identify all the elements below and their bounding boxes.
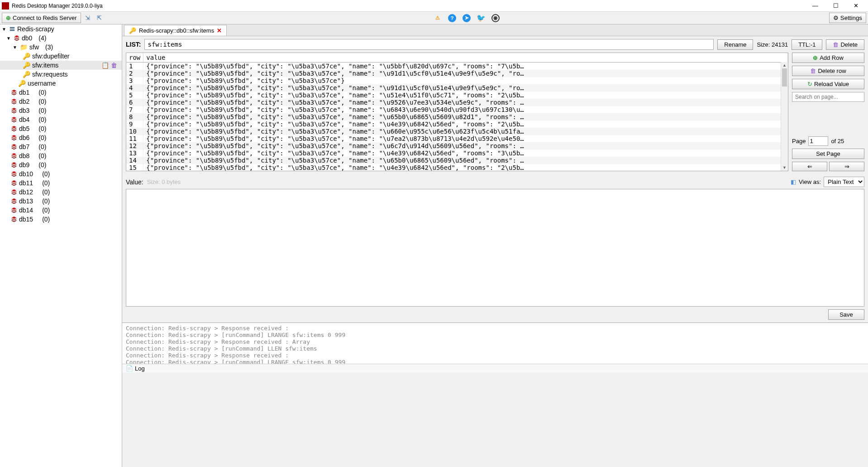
tree-db[interactable]: db9(0) <box>0 160 122 169</box>
log-line: Connection: Redis-scrapy > [runCommand] … <box>126 359 864 364</box>
svg-rect-0 <box>10 27 15 29</box>
key-icon: 🔑 <box>23 53 30 60</box>
add-row-button[interactable]: ⊕Add Row <box>792 53 864 63</box>
import-icon[interactable]: ⇲ <box>83 13 93 23</box>
col-row[interactable]: row <box>126 53 143 63</box>
tree-key-items[interactable]: 🔑 sfw:items 📋 🗑 <box>0 61 122 70</box>
tree-db[interactable]: db15(0) <box>0 215 122 224</box>
github-icon[interactable]: ◉ <box>491 14 500 22</box>
log-content[interactable]: Connection: Redis-scrapy > Response rece… <box>122 323 868 364</box>
table-row[interactable]: 5{"province": "\u5b89\u5fbd", "city": "\… <box>126 91 788 99</box>
database-icon <box>11 153 17 159</box>
database-icon <box>11 171 17 177</box>
collapse-icon[interactable]: ▼ <box>6 36 12 41</box>
tree-key-requests[interactable]: 🔑 sfw:requests <box>0 70 122 79</box>
prev-page-button[interactable]: ⇐ <box>792 162 827 171</box>
table-row[interactable]: 14{"province": "\u5b89\u5fbd", "city": "… <box>126 157 788 164</box>
tree-folder-sfw[interactable]: ▼ 📁 sfw (3) <box>0 43 122 52</box>
tree-key-dupefilter[interactable]: 🔑 sfw:dupefilter <box>0 52 122 61</box>
scroll-down-icon[interactable]: ▼ <box>781 164 788 171</box>
set-page-button[interactable]: Set Page <box>792 149 864 159</box>
minimize-button[interactable]: — <box>805 0 825 11</box>
table-row[interactable]: 13{"province": "\u5b89\u5fbd", "city": "… <box>126 149 788 157</box>
trash-icon: 🗑 <box>810 67 816 74</box>
tree-db[interactable]: db2(0) <box>0 97 122 106</box>
tab-close-icon[interactable]: ✕ <box>217 27 222 34</box>
table-row[interactable]: 12{"province": "\u5b89\u5fbd", "city": "… <box>126 142 788 149</box>
telegram-icon[interactable]: ➤ <box>463 14 471 22</box>
tree-db[interactable]: db13(0) <box>0 197 122 206</box>
db-label: db8 <box>19 152 29 159</box>
row-number: 11 <box>126 135 143 142</box>
database-icon <box>11 116 17 123</box>
tree-db[interactable]: db12(0) <box>0 188 122 197</box>
tree-db[interactable]: db14(0) <box>0 206 122 215</box>
plus-icon: ⊕ <box>813 54 818 61</box>
warning-icon[interactable]: ⚠ <box>434 14 442 22</box>
table-row[interactable]: 6{"province": "\u5b89\u5fbd", "city": "\… <box>126 99 788 106</box>
delete-button[interactable]: 🗑Delete <box>826 39 864 50</box>
value-editor[interactable] <box>126 189 864 307</box>
scroll-up-icon[interactable]: ▲ <box>781 62 788 68</box>
table-row[interactable]: 9{"province": "\u5b89\u5fbd", "city": "\… <box>126 120 788 128</box>
tree-connection[interactable]: ▼ Redis-scrapy <box>0 24 122 34</box>
tree-db[interactable]: db10(0) <box>0 169 122 178</box>
tree-db[interactable]: db3(0) <box>0 106 122 115</box>
key-header: LIST: Rename Size: 24131 TTL:-1 🗑Delete <box>122 36 868 53</box>
table-row[interactable]: 4{"province": "\u5b89\u5fbd", "city": "\… <box>126 84 788 91</box>
collapse-icon[interactable]: ▼ <box>13 45 18 50</box>
export-icon[interactable]: ⇱ <box>95 13 105 23</box>
col-value[interactable]: value <box>143 53 788 63</box>
table-row[interactable]: 7{"province": "\u5b89\u5fbd", "city": "\… <box>126 106 788 113</box>
db-count: (0) <box>38 89 46 96</box>
connect-button[interactable]: ⊕ Connect to Redis Server <box>2 13 81 23</box>
ttl-button[interactable]: TTL:-1 <box>792 39 822 50</box>
row-number: 5 <box>126 91 143 99</box>
rename-button[interactable]: Rename <box>717 39 753 50</box>
delete-icon[interactable]: 🗑 <box>111 62 117 69</box>
copy-icon[interactable]: 📋 <box>101 62 109 69</box>
log-line: Connection: Redis-scrapy > [runCommand] … <box>126 345 864 352</box>
tree-key-username[interactable]: 🔑 username <box>0 79 122 88</box>
log-tab[interactable]: 📄 Log <box>122 364 868 373</box>
key-name-input[interactable] <box>144 39 714 50</box>
table-row[interactable]: 15{"province": "\u5b89\u5fbd", "city": "… <box>126 164 788 171</box>
save-button[interactable]: Save <box>828 309 864 320</box>
table-row[interactable]: 3{"province": "\u5b89\u5fbd", "city": "\… <box>126 77 788 84</box>
table-row[interactable]: 1{"province": "\u5b89\u5fbd", "city": "\… <box>126 63 788 70</box>
scroll-thumb[interactable] <box>782 68 787 87</box>
tree-db[interactable]: db7(0) <box>0 142 122 151</box>
tree-db[interactable]: db5(0) <box>0 124 122 133</box>
delete-row-button[interactable]: 🗑Delete row <box>792 66 864 76</box>
tree-db[interactable]: db1(0) <box>0 88 122 97</box>
database-icon <box>14 35 20 41</box>
tree-db[interactable]: db4(0) <box>0 115 122 124</box>
next-page-button[interactable]: ⇒ <box>829 162 864 171</box>
row-number: 8 <box>126 113 143 120</box>
close-button[interactable]: ✕ <box>846 0 866 11</box>
settings-button[interactable]: ⚙ Settings <box>829 13 866 23</box>
row-number: 13 <box>126 149 143 157</box>
maximize-button[interactable]: ☐ <box>825 0 846 11</box>
search-input[interactable] <box>792 92 864 102</box>
collapse-icon[interactable]: ▼ <box>2 27 7 32</box>
twitter-icon[interactable]: 🐦 <box>477 14 485 22</box>
log-line: Connection: Redis-scrapy > [runCommand] … <box>126 332 864 338</box>
tree-db[interactable]: db11(0) <box>0 178 122 188</box>
tree-db[interactable]: db6(0) <box>0 133 122 142</box>
table-row[interactable]: 2{"province": "\u5b89\u5fbd", "city": "\… <box>126 70 788 77</box>
table-row[interactable]: 10{"province": "\u5b89\u5fbd", "city": "… <box>126 128 788 135</box>
db-label: db14 <box>19 207 33 214</box>
row-value: {"province": "\u5b89\u5fbd", "city": "\u… <box>143 149 788 157</box>
reload-button[interactable]: ↻Reload Value <box>792 79 864 89</box>
help-icon[interactable]: ? <box>448 14 456 22</box>
tree-db[interactable]: db8(0) <box>0 151 122 160</box>
scrollbar[interactable]: ▲ ▼ <box>781 62 788 171</box>
table-row[interactable]: 11{"province": "\u5b89\u5fbd", "city": "… <box>126 135 788 142</box>
table-row[interactable]: 8{"province": "\u5b89\u5fbd", "city": "\… <box>126 113 788 120</box>
page-input[interactable] <box>808 136 828 146</box>
tree-db0[interactable]: ▼ db0 (4) <box>0 34 122 43</box>
tab-key[interactable]: 🔑 Redis-scrapy::db0::sfw:items ✕ <box>124 25 227 36</box>
format-select[interactable]: Plain Text <box>824 177 864 187</box>
data-table[interactable]: row value 1{"province": "\u5b89\u5fbd", … <box>126 53 788 171</box>
